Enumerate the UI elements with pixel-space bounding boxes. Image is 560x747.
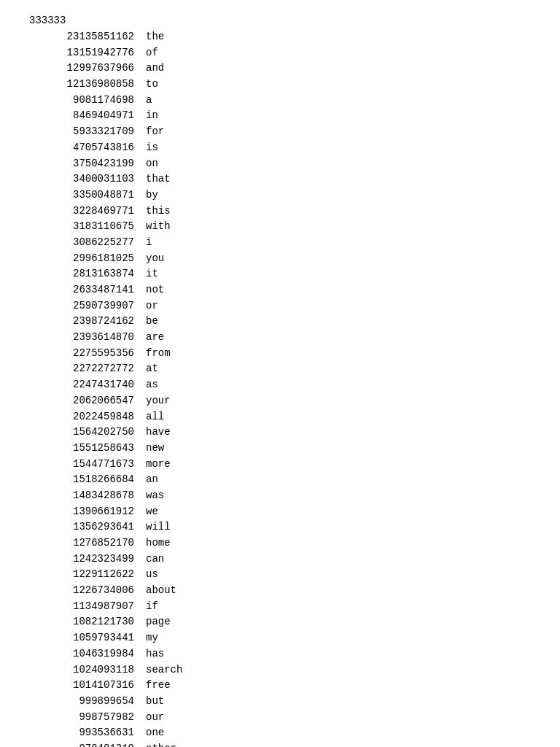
frequency-number: 1276852170 [29, 535, 146, 551]
table-row: 1046319984has [29, 646, 531, 662]
word-label: home [146, 535, 171, 551]
table-row: 1242323499can [29, 551, 531, 568]
frequency-number: 999899654 [29, 694, 146, 710]
table-row: 1229112622us [29, 567, 531, 583]
frequency-number: 3750423199 [29, 156, 146, 172]
table-row: 1518266684an [29, 472, 531, 488]
table-row: 993536631one [29, 725, 531, 741]
word-label: that [146, 171, 171, 187]
word-label: this [146, 204, 171, 220]
word-label: in [146, 108, 158, 124]
word-label: on [146, 156, 158, 172]
table-row: 1024093118search [29, 662, 531, 678]
word-label: by [146, 187, 158, 204]
word-frequency-table: 23135851162the13151942776of12997637966an… [29, 29, 531, 747]
frequency-number: 3350048871 [29, 187, 146, 204]
frequency-number: 998757982 [29, 710, 146, 726]
word-label: are [146, 330, 164, 346]
frequency-number: 12136980858 [29, 77, 146, 93]
table-row: 2813163874it [29, 266, 531, 282]
word-label: new [146, 441, 164, 457]
word-label: other [146, 741, 176, 747]
table-row: 1134987907if [29, 599, 531, 615]
frequency-number: 1390661912 [29, 504, 146, 520]
table-row: 5933321709for [29, 124, 531, 140]
word-label: free [146, 678, 171, 694]
word-label: at [146, 361, 158, 377]
word-label: or [146, 298, 158, 314]
word-label: but [146, 694, 164, 710]
table-row: 3750423199on [29, 156, 531, 172]
table-row: 3400031103that [29, 171, 531, 187]
frequency-number: 1483428678 [29, 488, 146, 504]
frequency-number: 2247431740 [29, 377, 146, 393]
table-row: 2275595356from [29, 346, 531, 362]
word-label: with [146, 219, 171, 235]
table-row: 2393614870are [29, 330, 531, 346]
frequency-number: 1564202750 [29, 425, 146, 441]
frequency-number: 993536631 [29, 725, 146, 741]
table-row: 2247431740as [29, 377, 531, 393]
frequency-number: 1046319984 [29, 646, 146, 662]
word-label: it [146, 266, 158, 282]
page-header: 333333 [29, 15, 531, 26]
frequency-number: 2398724162 [29, 314, 146, 330]
word-label: be [146, 314, 158, 330]
frequency-number: 3183110675 [29, 219, 146, 235]
frequency-number: 9081174698 [29, 93, 146, 109]
table-row: 1059793441my [29, 630, 531, 646]
frequency-number: 12997637966 [29, 61, 146, 77]
table-row: 1390661912we [29, 504, 531, 520]
frequency-number: 3400031103 [29, 171, 146, 187]
frequency-number: 1356293641 [29, 519, 146, 535]
word-label: you [146, 251, 164, 267]
word-label: us [146, 567, 158, 583]
table-row: 1276852170home [29, 535, 531, 551]
table-row: 2022459848all [29, 409, 531, 425]
word-label: to [146, 77, 158, 93]
table-row: 998757982our [29, 710, 531, 726]
word-label: can [146, 551, 164, 568]
frequency-number: 1229112622 [29, 567, 146, 583]
table-row: 1082121730page [29, 614, 531, 630]
frequency-number: 1014107316 [29, 678, 146, 694]
frequency-number: 1059793441 [29, 630, 146, 646]
word-label: our [146, 710, 164, 726]
table-row: 13151942776of [29, 45, 531, 61]
table-row: 1014107316free [29, 678, 531, 694]
frequency-number: 1024093118 [29, 662, 146, 678]
word-label: will [146, 519, 171, 535]
table-row: 2272272772at [29, 361, 531, 377]
frequency-number: 1518266684 [29, 472, 146, 488]
frequency-number: 3086225277 [29, 235, 146, 251]
word-label: we [146, 504, 158, 520]
word-label: if [146, 599, 158, 615]
table-row: 8469404971in [29, 108, 531, 124]
frequency-number: 1226734006 [29, 583, 146, 599]
word-label: have [146, 425, 171, 441]
table-row: 3183110675with [29, 219, 531, 235]
table-row: 3086225277i [29, 235, 531, 251]
word-label: the [146, 29, 164, 45]
word-label: is [146, 140, 158, 156]
word-label: was [146, 488, 164, 504]
table-row: 1356293641will [29, 519, 531, 535]
word-label: has [146, 646, 164, 662]
frequency-number: 1082121730 [29, 614, 146, 630]
frequency-number: 23135851162 [29, 29, 146, 45]
table-row: 3350048871by [29, 187, 531, 204]
table-row: 1483428678was [29, 488, 531, 504]
frequency-number: 3228469771 [29, 204, 146, 220]
frequency-number: 8469404971 [29, 108, 146, 124]
table-row: 4705743816is [29, 140, 531, 156]
table-row: 2062066547your [29, 393, 531, 409]
word-label: your [146, 393, 171, 409]
frequency-number: 1134987907 [29, 599, 146, 615]
word-label: my [146, 630, 158, 646]
table-row: 23135851162the [29, 29, 531, 45]
table-row: 12136980858to [29, 77, 531, 93]
frequency-number: 1551258643 [29, 441, 146, 457]
frequency-number: 1544771673 [29, 457, 146, 473]
table-row: 1226734006about [29, 583, 531, 599]
table-row: 12997637966and [29, 61, 531, 77]
